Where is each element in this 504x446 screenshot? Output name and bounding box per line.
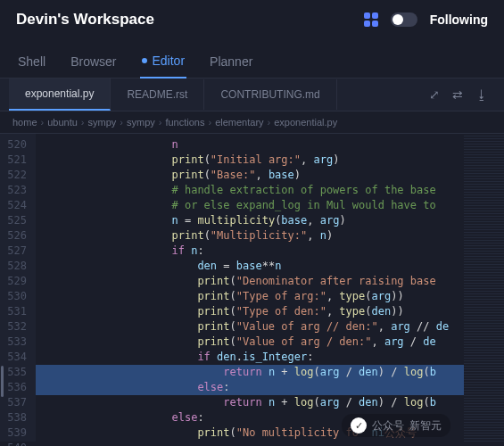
chevron-right-icon: › — [208, 117, 211, 128]
code-line[interactable]: print("Denominator after raising base — [36, 274, 464, 289]
tab-browser[interactable]: Browser — [69, 46, 118, 78]
line-number: 520 — [5, 137, 27, 153]
line-number: 532 — [5, 319, 27, 334]
line-number: 536 — [5, 380, 27, 395]
code-content[interactable]: n print("Initial arg:", arg) print("Base… — [36, 134, 464, 442]
file-actions: ⤢ ⇄ ⭳ — [429, 87, 495, 102]
workspace-title: Devin's Workspace — [16, 11, 154, 29]
line-number: 522 — [5, 168, 27, 183]
header-actions: Following — [364, 12, 488, 27]
code-line[interactable]: print("Type of arg:", type(arg)) — [36, 289, 464, 304]
line-number: 526 — [5, 228, 27, 244]
tab-planner[interactable]: Planner — [208, 46, 254, 78]
line-number: 533 — [5, 334, 27, 350]
line-gutter: 5205215225235245255265275285295305315325… — [0, 134, 36, 442]
code-line[interactable]: den = base**n — [36, 259, 464, 274]
line-number: 530 — [5, 289, 27, 304]
main-tabs: ShellBrowserEditorPlanner — [0, 39, 504, 78]
code-line[interactable]: return log(arg)/log(base) — [36, 441, 464, 442]
tab-label: Planner — [210, 54, 252, 69]
code-line[interactable]: print("Base:", base) — [36, 168, 464, 183]
code-line[interactable]: if n: — [36, 244, 464, 259]
code-line[interactable]: return n + log(arg / den) / log(b — [36, 395, 464, 410]
following-label: Following — [430, 12, 488, 27]
file-tabs: exponential.pyREADME.rstCONTRIBUTING.md … — [0, 78, 504, 112]
line-number: 525 — [5, 213, 27, 228]
chevron-right-icon: › — [120, 117, 123, 128]
chevron-right-icon: › — [81, 117, 85, 128]
download-icon[interactable]: ⭳ — [475, 87, 488, 102]
line-number: 538 — [5, 410, 27, 425]
line-number: 524 — [5, 198, 27, 213]
code-line[interactable]: print("Multiplicity:", n) — [36, 228, 464, 244]
line-number: 535 — [5, 365, 27, 380]
tab-shell[interactable]: Shell — [16, 46, 47, 78]
minimap[interactable] — [464, 134, 504, 442]
line-number: 523 — [5, 183, 27, 198]
breadcrumb: home›ubuntu›sympy›sympy›functions›elemen… — [0, 112, 504, 134]
file-tab[interactable]: exponential.py — [9, 78, 111, 111]
watermark-label: 公众号 — [372, 418, 404, 434]
file-tab[interactable]: README.rst — [111, 79, 204, 110]
chevron-right-icon: › — [268, 117, 271, 128]
watermark: ✓ 公众号 新智元 — [342, 414, 450, 437]
watermark-name: 新智元 — [409, 418, 442, 434]
breadcrumb-item[interactable]: functions — [165, 117, 204, 128]
line-number: 521 — [5, 153, 27, 168]
code-line[interactable]: # or else expand_log in Mul would have t… — [36, 198, 464, 213]
line-number: 529 — [5, 274, 27, 289]
wechat-icon: ✓ — [351, 417, 367, 434]
header: Devin's Workspace Following — [0, 0, 504, 39]
expand-icon[interactable]: ⤢ — [429, 87, 440, 102]
tab-label: Browser — [70, 54, 116, 69]
line-number: 539 — [5, 425, 27, 441]
code-line[interactable]: else: — [36, 380, 464, 395]
breadcrumb-item[interactable]: sympy — [127, 117, 155, 128]
code-line[interactable]: n — [36, 137, 464, 153]
line-number: 540 — [5, 441, 27, 446]
scrollbar-thumb[interactable] — [1, 366, 4, 397]
line-number: 534 — [5, 350, 27, 365]
active-dot — [142, 58, 147, 63]
code-line[interactable]: print("Initial arg:", arg) — [36, 153, 464, 168]
tab-editor[interactable]: Editor — [140, 46, 187, 78]
code-line[interactable]: # handle extraction of powers of the bas… — [36, 183, 464, 198]
code-editor[interactable]: 5205215225235245255265275285295305315325… — [0, 134, 504, 442]
grid-icon[interactable] — [364, 12, 378, 27]
follow-toggle[interactable] — [391, 12, 417, 27]
code-line[interactable]: if den.is_Integer: — [36, 350, 464, 365]
line-number: 528 — [5, 259, 27, 274]
line-number: 537 — [5, 395, 27, 410]
breadcrumb-item[interactable]: home — [12, 117, 37, 128]
chevron-right-icon: › — [41, 117, 45, 128]
file-tab[interactable]: CONTRIBUTING.md — [204, 79, 336, 110]
diff-icon[interactable]: ⇄ — [452, 87, 463, 102]
code-line[interactable]: n = multiplicity(base, arg) — [36, 213, 464, 228]
breadcrumb-item[interactable]: sympy — [88, 117, 117, 128]
line-number: 531 — [5, 304, 27, 319]
code-line[interactable]: return n + log(arg / den) / log(b — [36, 365, 464, 380]
code-line[interactable]: print("Value of arg / den:", arg / de — [36, 334, 464, 350]
breadcrumb-item[interactable]: ubuntu — [47, 117, 78, 128]
tab-label: Shell — [18, 54, 45, 69]
code-line[interactable]: print("Value of arg // den:", arg // de — [36, 319, 464, 334]
code-line[interactable]: print("Type of den:", type(den)) — [36, 304, 464, 319]
tab-label: Editor — [153, 54, 186, 68]
breadcrumb-item[interactable]: exponential.py — [274, 117, 337, 128]
breadcrumb-item[interactable]: elementary — [215, 117, 263, 128]
chevron-right-icon: › — [159, 117, 162, 128]
line-number: 527 — [5, 244, 27, 259]
